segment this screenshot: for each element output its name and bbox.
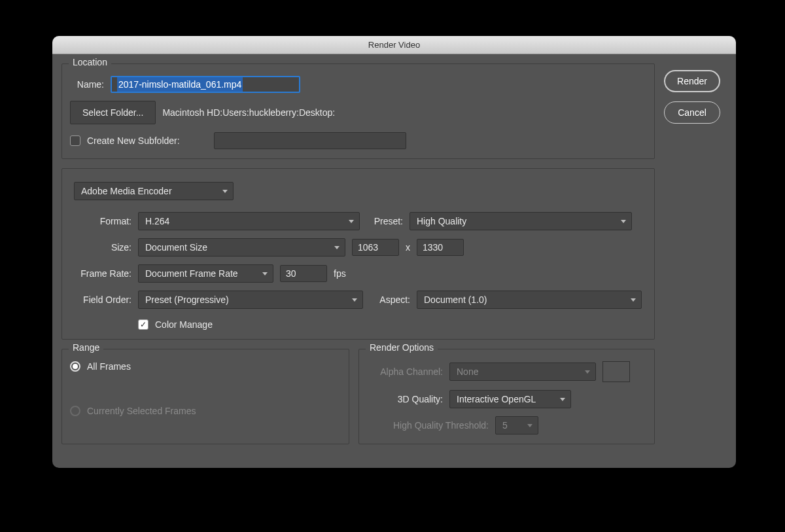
3d-quality-select[interactable]: Interactive OpenGL (449, 390, 571, 408)
3d-quality-label: 3D Quality: (367, 394, 443, 404)
cancel-button[interactable]: Cancel (664, 101, 720, 124)
alpha-channel-value: None (457, 366, 478, 377)
render-options-group: Render Options Alpha Channel: None 3D Qu… (358, 349, 655, 444)
color-manage-label: Color Manage (155, 319, 213, 330)
alpha-color-swatch (602, 361, 630, 382)
size-mode-select[interactable]: Document Size (138, 238, 345, 257)
alpha-channel-label: Alpha Channel: (367, 366, 443, 377)
range-group: Range All Frames Currently Selected Fram… (61, 349, 349, 444)
alpha-channel-select: None (449, 363, 596, 381)
name-value: 2017-nimslo-matilda_061.mp4 (117, 77, 243, 92)
preset-value: High Quality (417, 216, 466, 226)
width-input[interactable] (352, 239, 399, 256)
name-label: Name: (70, 79, 104, 90)
titlebar: Render Video (52, 36, 736, 54)
color-manage-checkbox[interactable]: ✓ (138, 319, 148, 330)
height-input[interactable] (417, 239, 464, 256)
format-value: H.264 (145, 216, 169, 226)
hq-threshold-label: High Quality Threshold: (367, 420, 489, 431)
frame-rate-mode-select[interactable]: Document Frame Rate (138, 264, 273, 283)
location-group: Location Name: 2017-nimslo-matilda_061.m… (61, 63, 655, 159)
aspect-value: Document (1.0) (424, 294, 487, 305)
all-frames-label: All Frames (87, 361, 131, 372)
selected-frames-label: Currently Selected Frames (87, 406, 196, 416)
hq-threshold-value: 5 (502, 420, 508, 431)
range-legend: Range (69, 342, 103, 353)
create-subfolder-label: Create New Subfolder: (87, 135, 180, 146)
encoder-type-value: Adobe Media Encoder (81, 186, 172, 196)
format-select[interactable]: H.264 (138, 212, 360, 230)
hq-threshold-select: 5 (495, 416, 538, 434)
field-order-label: Field Order: (70, 294, 131, 305)
location-legend: Location (69, 57, 111, 67)
selected-frames-radio (70, 406, 80, 416)
name-input[interactable]: 2017-nimslo-matilda_061.mp4 (111, 76, 300, 93)
3d-quality-value: Interactive OpenGL (457, 394, 536, 404)
aspect-select[interactable]: Document (1.0) (417, 291, 642, 309)
encoder-type-select[interactable]: Adobe Media Encoder (74, 182, 234, 200)
size-x: x (406, 242, 410, 253)
field-order-select[interactable]: Preset (Progressive) (138, 291, 363, 309)
render-button[interactable]: Render (664, 70, 720, 92)
size-label: Size: (70, 242, 131, 253)
window-title: Render Video (368, 40, 420, 50)
select-folder-button[interactable]: Select Folder... (70, 101, 156, 124)
size-mode-value: Document Size (145, 242, 207, 253)
check-icon: ✓ (140, 321, 147, 328)
encoder-group: Adobe Media Encoder Format: H.264 Preset… (61, 168, 655, 340)
frame-rate-mode-value: Document Frame Rate (145, 268, 238, 279)
frame-rate-label: Frame Rate: (70, 268, 131, 279)
preset-select[interactable]: High Quality (410, 212, 632, 230)
format-label: Format: (70, 216, 131, 226)
render-options-legend: Render Options (366, 342, 438, 353)
fps-label: fps (334, 268, 346, 279)
preset-label: Preset: (366, 216, 403, 226)
all-frames-radio[interactable] (70, 361, 80, 372)
subfolder-name-input[interactable] (214, 132, 406, 149)
render-video-dialog: Render Video Location Name: 2017-nimslo-… (52, 36, 736, 468)
field-order-value: Preset (Progressive) (145, 294, 229, 305)
folder-path: Macintosh HD:Users:huckleberry:Desktop: (162, 107, 335, 118)
frame-rate-input[interactable] (280, 265, 327, 282)
create-subfolder-checkbox[interactable] (70, 135, 80, 146)
aspect-label: Aspect: (370, 294, 410, 305)
